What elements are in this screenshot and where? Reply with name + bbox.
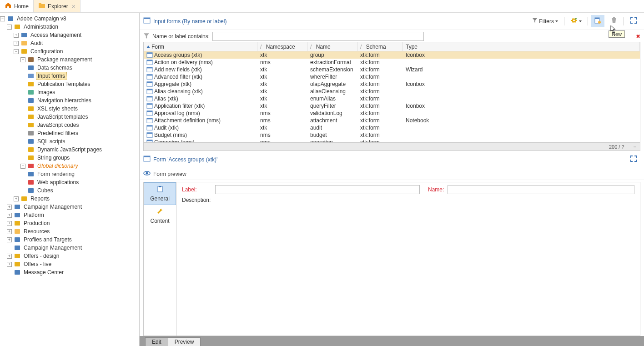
tree-node-javascript_templates[interactable]: JavaScript templates — [0, 113, 139, 121]
tree-node-profiles_targets[interactable]: +Profiles and Targets — [0, 236, 139, 244]
tab-home[interactable]: Home — [0, 0, 34, 12]
tree-node-resources[interactable]: +Resources — [0, 227, 139, 236]
tree-node-web_applications[interactable]: Web applications — [0, 178, 139, 186]
tree-toggle[interactable]: − — [14, 49, 19, 54]
tree-node-input_forms[interactable]: Input forms — [0, 72, 139, 80]
ptab-content[interactable]: Content — [144, 205, 176, 227]
tree-toggle[interactable]: + — [20, 164, 25, 169]
configure-button[interactable] — [567, 15, 585, 27]
name-input[interactable] — [448, 185, 634, 194]
tree-node-javascript_codes[interactable]: JavaScript codes — [0, 121, 139, 129]
tree-node-global_dictionary[interactable]: +Global dictionary — [0, 162, 139, 170]
tree-node-configuration[interactable]: −Configuration — [0, 47, 139, 55]
svg-rect-44 — [147, 67, 152, 69]
col-form[interactable]: Form — [144, 42, 257, 51]
btab-edit[interactable]: Edit — [145, 337, 168, 346]
tree-node-cubes[interactable]: Cubes — [0, 186, 139, 195]
ptab-general[interactable]: General — [144, 182, 176, 205]
tree-label: Production — [22, 220, 51, 227]
svg-point-70 — [146, 172, 148, 175]
table-row[interactable]: Alias (xtk)xtkenumAliasxtk:form — [144, 95, 640, 102]
table-row[interactable]: Application filter (xtk)xtkqueryFilterxt… — [144, 102, 640, 110]
new-button[interactable] — [591, 15, 604, 27]
sql-icon — [27, 138, 35, 145]
tree-node-sql_scripts[interactable]: SQL scripts — [0, 137, 139, 145]
delete-button[interactable] — [607, 15, 621, 27]
table-row[interactable]: Budget (nms)nmsbudgetxtk:form — [144, 131, 640, 139]
filter-input[interactable] — [212, 32, 423, 41]
close-icon[interactable]: × — [72, 3, 75, 10]
table-row[interactable]: Attachment definition (nms)nmsattachment… — [144, 117, 640, 124]
tree-toggle[interactable]: + — [7, 262, 12, 267]
filter-label: Name or label contains: — [152, 33, 210, 40]
tree-node-message_center[interactable]: Message Center — [0, 268, 139, 276]
btab-preview[interactable]: Preview — [168, 337, 201, 346]
table-row[interactable]: Campaign (nms)nmsoperationxtk:form — [144, 139, 640, 142]
tree-toggle[interactable]: + — [14, 41, 19, 46]
tree-node-predefined_filters[interactable]: Predefined filters — [0, 129, 139, 137]
detail-expand-button[interactable] — [627, 153, 640, 165]
ptab-general-label: General — [150, 196, 170, 202]
menu-icon[interactable]: ≡ — [634, 144, 636, 150]
tree-node-administration[interactable]: −Administration — [0, 23, 139, 31]
tree-node-string_groups[interactable]: String groups — [0, 154, 139, 162]
tree-node-navigation_hierarchies[interactable]: Navigation hierarchies — [0, 96, 139, 105]
tree-node-offers_design[interactable]: +Offers - design — [0, 252, 139, 260]
package-icon — [27, 56, 35, 63]
svg-point-35 — [575, 18, 577, 20]
table-row[interactable]: Audit (xtk)xtkauditxtk:form — [144, 124, 640, 131]
tab-explorer[interactable]: Explorer × — [34, 0, 80, 12]
tree-node-access_management[interactable]: +Access Management — [0, 31, 139, 39]
tree-toggle[interactable]: + — [7, 237, 12, 242]
tree-label: JavaScript codes — [36, 121, 80, 129]
tree-label: Data schemas — [36, 64, 74, 71]
tree-label: Package management — [36, 56, 93, 63]
tree-toggle[interactable]: + — [7, 213, 12, 218]
table-row[interactable]: Advanced filter (xtk)xtkwhereFilterxtk:f… — [144, 73, 640, 80]
tree-toggle[interactable]: + — [7, 229, 12, 234]
tree-node-package_management[interactable]: +Package management — [0, 55, 139, 64]
col-namespace[interactable]: / Namespace — [257, 42, 307, 51]
tree-toggle[interactable]: + — [14, 33, 19, 38]
clear-icon[interactable]: ✖ — [636, 33, 640, 40]
tree-node-production[interactable]: +Production — [0, 219, 139, 227]
table-row[interactable]: Alias cleansing (xtk)xtkaliasCleansingxt… — [144, 88, 640, 95]
tree-toggle[interactable]: + — [14, 196, 19, 201]
tree-node-xsl_style_sheets[interactable]: XSL style sheets — [0, 105, 139, 113]
table-row[interactable]: Action on delivery (nms)nmsextractionFor… — [144, 59, 640, 66]
tree-node-reports[interactable]: +Reports — [0, 195, 139, 203]
label-input[interactable] — [215, 185, 420, 194]
col-schema[interactable]: / Schema — [357, 42, 403, 51]
tree-node-audit[interactable]: +Audit — [0, 39, 139, 47]
table-row[interactable]: Aggregate (xtk)xtkolapAggregatextk:formI… — [144, 80, 640, 88]
nav-tree[interactable]: −Adobe Campaign v8−Administration+Access… — [0, 13, 140, 346]
col-name[interactable]: / Name — [307, 42, 357, 51]
tree-node-root[interactable]: −Adobe Campaign v8 — [0, 15, 139, 23]
svg-rect-56 — [147, 111, 152, 112]
tree-toggle[interactable]: + — [7, 254, 12, 259]
svg-rect-9 — [28, 90, 34, 95]
tree-toggle[interactable]: − — [0, 16, 5, 21]
tree-toggle[interactable]: + — [7, 205, 12, 210]
tree-node-platform[interactable]: +Platform — [0, 211, 139, 219]
tree-toggle[interactable]: + — [20, 57, 25, 62]
table-row[interactable]: Approval log (nms)nmsvalidationLogxtk:fo… — [144, 110, 640, 117]
tree-node-offers_live[interactable]: +Offers - live — [0, 260, 139, 268]
tree-node-images[interactable]: Images — [0, 88, 139, 96]
svg-rect-62 — [147, 133, 152, 134]
string-icon — [27, 154, 35, 161]
tree-toggle[interactable]: − — [7, 25, 12, 30]
tree-node-form_rendering[interactable]: Form rendering — [0, 170, 139, 178]
table-row[interactable]: Add new fields (xtk)xtkschemaExtensionxt… — [144, 66, 640, 73]
col-type[interactable]: Type — [403, 42, 640, 51]
filters-button[interactable]: Filters — [529, 16, 561, 26]
expand-button[interactable] — [627, 15, 640, 27]
tree-node-campaign_management[interactable]: +Campaign Management — [0, 203, 139, 211]
tree-node-campaign_management2[interactable]: Campaign Management — [0, 244, 139, 252]
form-icon — [143, 17, 151, 25]
table-row[interactable]: Access groups (xtk)xtkgroupxtk:formIconb… — [144, 51, 640, 59]
tree-node-data_schemas[interactable]: Data schemas — [0, 64, 139, 72]
tree-toggle[interactable]: + — [7, 221, 12, 226]
tree-node-publication_templates[interactable]: Publication Templates — [0, 80, 139, 88]
tree-node-dynamic_js_pages[interactable]: Dynamic JavaScript pages — [0, 145, 139, 154]
